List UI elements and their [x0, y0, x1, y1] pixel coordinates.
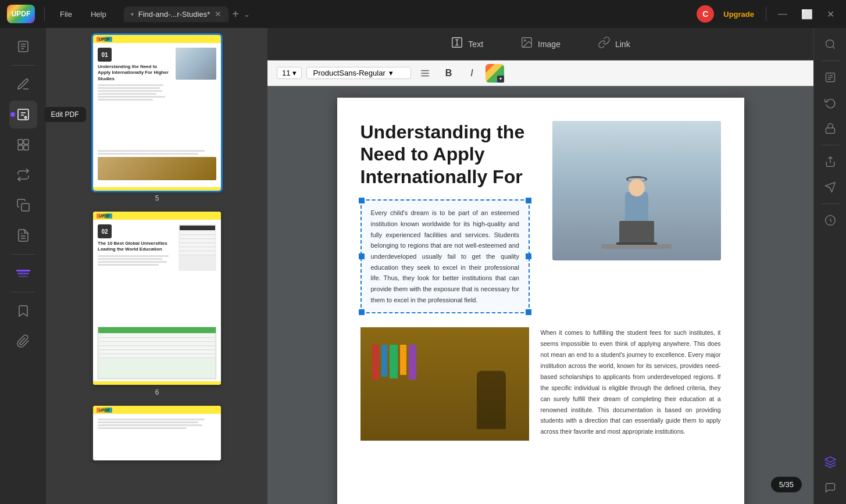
tab-dropdown-arrow[interactable]: ▾: [131, 11, 134, 17]
sidebar-item-reader[interactable]: [9, 33, 37, 60]
save-tool[interactable]: [819, 209, 842, 232]
updf-thumb-badge: UPDF: [97, 37, 112, 42]
comment-tool[interactable]: [819, 476, 842, 499]
thumb-footer: [93, 187, 221, 191]
send-tool[interactable]: [819, 176, 842, 199]
thumb-6-header: UPDF: [93, 212, 221, 220]
page-7-thumbnail[interactable]: UPDF: [93, 406, 221, 460]
ocr-tool[interactable]: [819, 66, 842, 89]
sidebar-sep1: [12, 65, 35, 66]
color-button[interactable]: ▾: [486, 64, 504, 83]
link-icon: [598, 36, 611, 52]
sidebar-item-layers[interactable]: [9, 259, 37, 287]
close-button[interactable]: ✕: [822, 6, 839, 22]
thumb-num: 01: [98, 48, 112, 62]
tab-switcher-button[interactable]: ⌄: [244, 10, 250, 19]
selected-body-text[interactable]: Every child's dream is to be part of an …: [371, 208, 519, 305]
handle-tr[interactable]: [526, 198, 531, 203]
tab-title: Find-and-...r-Studies*: [138, 10, 210, 19]
menu-file[interactable]: File: [54, 8, 78, 21]
library-image: [360, 327, 529, 441]
layers-icon: [14, 264, 33, 283]
right-sep1: [821, 60, 840, 61]
font-family-arrow: ▾: [389, 69, 393, 77]
text-icon: [451, 36, 463, 52]
page-6-thumbnail[interactable]: UPDF 02 The 10 Best Global Universities …: [93, 212, 221, 396]
thumb-img-right: [173, 48, 216, 143]
left-sidebar: Edit PDF: [0, 28, 47, 504]
font-family-selector[interactable]: ProductSans-Regular ▾: [306, 67, 411, 79]
thumb-header: UPDF: [93, 35, 221, 43]
bold-button[interactable]: B: [439, 64, 458, 83]
sidebar-item-bookmark[interactable]: [9, 297, 37, 325]
svg-rect-23: [826, 128, 834, 133]
svg-point-20: [826, 40, 833, 48]
main-area: Edit PDF: [0, 28, 846, 504]
add-tab-button[interactable]: +: [232, 8, 239, 21]
thumb-6-footer: [93, 381, 221, 385]
thumbnail-panel: UPDF 01 Understanding the Need to Apply …: [47, 28, 267, 504]
pdf-page: Understanding the Need to Apply Internat…: [337, 98, 744, 504]
thumb-content: 01 Understanding the Need to Apply Inter…: [93, 43, 221, 148]
svg-rect-11: [22, 203, 29, 211]
handle-tl[interactable]: [359, 198, 365, 203]
color-dropdown-arrow: ▾: [497, 76, 504, 83]
hero-person: [552, 121, 721, 260]
font-size-selector[interactable]: 11 ▾: [277, 67, 302, 79]
thumb-6-num: 02: [98, 224, 112, 238]
right-sidebar: [813, 28, 846, 504]
sidebar-item-edit-pdf[interactable]: Edit PDF: [9, 101, 37, 128]
sidebar-item-convert[interactable]: [9, 161, 37, 189]
sidebar-sep3: [12, 292, 35, 292]
sep2: [766, 7, 766, 21]
image-icon: [520, 36, 533, 52]
thumb-6-title: The 10 Best Global Universities Leading …: [98, 241, 176, 253]
sidebar-item-duplicate[interactable]: [9, 191, 37, 219]
sep1: [44, 7, 45, 21]
search-tool[interactable]: [819, 33, 842, 56]
lock-tool[interactable]: [819, 117, 842, 140]
page-counter: 5/35: [771, 477, 802, 492]
page-5-frame[interactable]: UPDF 01 Understanding the Need to Apply …: [93, 35, 221, 191]
handle-br[interactable]: [526, 309, 531, 315]
font-size-value: 11: [282, 69, 290, 77]
handle-mr[interactable]: [526, 253, 531, 259]
sidebar-item-organize[interactable]: [9, 131, 37, 159]
right-body-text: When it comes to fulfilling the student …: [541, 327, 721, 441]
rotate-tool[interactable]: [819, 91, 842, 115]
thumb-text-col: 01 Understanding the Need to Apply Inter…: [98, 48, 171, 143]
italic-button[interactable]: I: [462, 64, 481, 83]
sidebar-item-pages[interactable]: [9, 221, 37, 249]
svg-rect-9: [18, 145, 23, 150]
handle-ml[interactable]: [359, 253, 365, 259]
sidebar-item-annotate[interactable]: [9, 70, 37, 98]
svg-point-16: [524, 40, 526, 41]
text-selection-box[interactable]: Every child's dream is to be part of an …: [360, 199, 530, 313]
page-5-thumbnail[interactable]: UPDF 01 Understanding the Need to Apply …: [93, 35, 221, 202]
thumb-6-content: 02 The 10 Best Global Universities Leadi…: [93, 220, 221, 324]
heading-text: Understanding the Need to Apply Internat…: [360, 121, 525, 187]
image-tool-label: Image: [538, 40, 561, 49]
handle-bl[interactable]: [359, 309, 365, 315]
minimize-button[interactable]: —: [773, 6, 792, 22]
share-tool[interactable]: [819, 150, 842, 173]
page-7-frame[interactable]: UPDF: [93, 406, 221, 460]
svg-rect-10: [24, 145, 28, 150]
align-button[interactable]: [416, 64, 434, 83]
ai-assistant[interactable]: [819, 451, 842, 474]
text-tool-label: Text: [468, 40, 483, 49]
page-6-frame[interactable]: UPDF 02 The 10 Best Global Universities …: [93, 212, 221, 385]
image-tool[interactable]: Image: [511, 33, 570, 55]
active-tab[interactable]: ▾ Find-and-...r-Studies* ✕: [124, 6, 229, 22]
text-tool[interactable]: Text: [441, 33, 492, 55]
page-6-number: 6: [155, 388, 159, 396]
svg-rect-8: [24, 140, 28, 144]
user-avatar[interactable]: C: [697, 5, 714, 23]
link-tool[interactable]: Link: [588, 33, 640, 55]
menu-help[interactable]: Help: [85, 8, 112, 21]
restore-button[interactable]: ⬜: [797, 6, 818, 22]
tab-close-button[interactable]: ✕: [215, 10, 222, 18]
page-main-heading: Understanding the Need to Apply Internat…: [360, 121, 526, 188]
upgrade-button[interactable]: Upgrade: [719, 8, 759, 21]
sidebar-item-attachment[interactable]: [9, 327, 37, 355]
